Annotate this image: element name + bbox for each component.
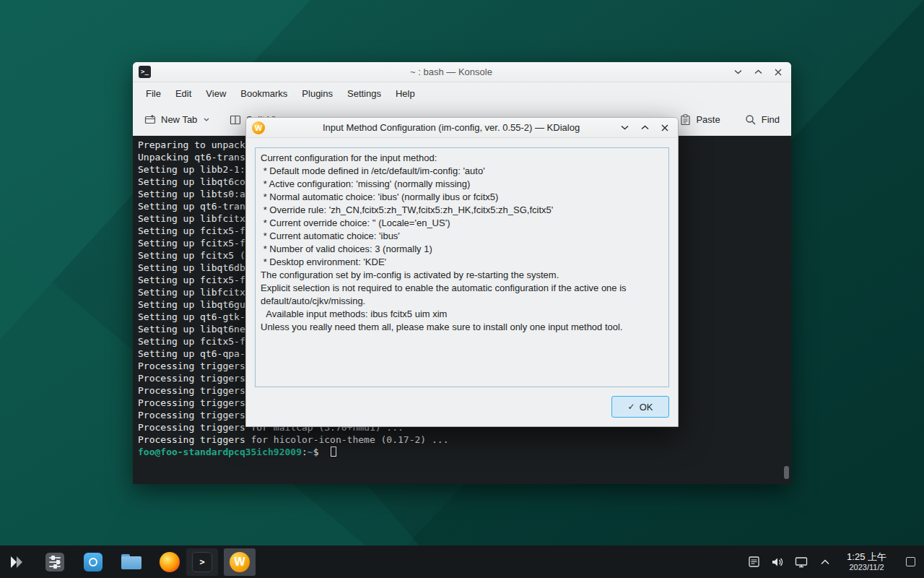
- paste-icon: [680, 114, 691, 126]
- search-icon: [745, 114, 757, 126]
- menu-item[interactable]: Settings: [340, 85, 388, 102]
- im-config-icon: W: [252, 121, 265, 134]
- prompt-user-host: foo@foo-standardpcq35ich92009: [138, 447, 302, 457]
- task-konsole[interactable]: >: [186, 548, 218, 576]
- menu-item[interactable]: Plugins: [295, 85, 340, 102]
- minimize-icon[interactable]: [732, 66, 744, 78]
- display-icon[interactable]: [795, 556, 808, 569]
- sliders-icon: [45, 553, 64, 571]
- new-tab-button[interactable]: New Tab: [144, 114, 209, 126]
- desktop: >_ ~ : bash — Konsole FileEditViewBookma…: [0, 0, 924, 578]
- menu-item[interactable]: View: [199, 85, 233, 102]
- pinned-app-settings[interactable]: [44, 551, 66, 573]
- dialog-text-line: Current configuration for the input meth…: [261, 152, 663, 165]
- dialog-text-line: * Current automatic choice: 'ibus': [261, 230, 663, 243]
- new-tab-label: New Tab: [161, 114, 197, 125]
- find-label: Find: [762, 114, 780, 125]
- find-button[interactable]: Find: [745, 114, 780, 126]
- konsole-titlebar[interactable]: >_ ~ : bash — Konsole: [133, 62, 791, 82]
- digital-clock[interactable]: 1:25 上午 2023/11/2: [847, 551, 886, 572]
- kdialog-title: Input Method Configuration (im-config, v…: [289, 122, 613, 133]
- dialog-text-line: * Normal automatic choice: 'ibus' (norma…: [261, 191, 663, 204]
- kdialog-task-icon: W: [230, 552, 250, 572]
- menu-item[interactable]: File: [139, 85, 168, 102]
- dialog-text-line: * Number of valid choices: 3 (normally 1…: [261, 243, 663, 256]
- dialog-text-line: * Default mode defined in /etc/default/i…: [261, 165, 663, 178]
- konsole-window-icon: >_: [139, 66, 151, 78]
- new-tab-icon: [144, 114, 156, 126]
- dialog-message-text: Current configuration for the input meth…: [255, 147, 669, 387]
- pinned-app-discover[interactable]: [82, 551, 104, 573]
- terminal-line: Processing triggers for hicolor-icon-the…: [138, 434, 781, 446]
- show-desktop-button[interactable]: [906, 557, 915, 566]
- dialog-text-line: Explicit selection is not required to en…: [261, 282, 663, 308]
- kdialog-titlebar[interactable]: W Input Method Configuration (im-config,…: [246, 118, 678, 138]
- ok-button[interactable]: ✓ OK: [611, 396, 669, 418]
- dialog-text-line: Unless you really need them all, please …: [261, 321, 663, 334]
- close-icon[interactable]: [659, 122, 671, 134]
- clock-date: 2023/11/2: [847, 563, 886, 572]
- konsole-icon: >: [192, 552, 212, 572]
- dialog-text-line: * Desktop environment: 'KDE': [261, 256, 663, 269]
- menu-item[interactable]: Bookmarks: [233, 85, 295, 102]
- paste-button[interactable]: Paste: [680, 114, 720, 126]
- maximize-icon[interactable]: [752, 66, 764, 78]
- expand-tray-chevron-up-icon[interactable]: [819, 556, 832, 569]
- ok-button-label: OK: [640, 402, 653, 413]
- menu-item[interactable]: Edit: [168, 85, 199, 102]
- terminal-scrollbar[interactable]: [784, 466, 789, 479]
- system-tray: 1:25 上午 2023/11/2: [747, 551, 918, 572]
- split-view-icon: [230, 114, 241, 126]
- minimize-icon[interactable]: [619, 122, 630, 134]
- clipboard-icon[interactable]: [747, 556, 760, 569]
- clock-time: 1:25 上午: [847, 551, 886, 563]
- taskbar: > W 1:25 上午 2023/11/2: [0, 545, 924, 578]
- konsole-menubar: FileEditViewBookmarksPluginsSettingsHelp: [133, 82, 791, 104]
- discover-icon: [84, 553, 103, 571]
- dialog-text-line: Available input methods: ibus fcitx5 uim…: [261, 308, 663, 321]
- chevron-down-icon[interactable]: [204, 118, 209, 121]
- kde-launcher-icon: [8, 553, 25, 571]
- pinned-app-file-manager[interactable]: [121, 551, 142, 573]
- menu-item[interactable]: Help: [388, 85, 422, 102]
- prompt-path: ~: [308, 447, 313, 457]
- check-icon: ✓: [628, 402, 635, 412]
- close-icon[interactable]: [772, 66, 784, 78]
- dialog-text-line: The configuration set by im-config is ac…: [261, 269, 663, 282]
- dialog-text-line: * Override rule: 'zh_CN,fcitx5:zh_TW,fci…: [261, 204, 663, 217]
- firefox-icon: [160, 552, 180, 572]
- terminal-cursor: [331, 447, 336, 457]
- konsole-window-title: ~ : bash — Konsole: [176, 66, 726, 77]
- pinned-app-firefox[interactable]: [159, 551, 180, 573]
- kdialog-window: W Input Method Configuration (im-config,…: [245, 117, 679, 427]
- maximize-icon[interactable]: [639, 122, 650, 134]
- folder-icon: [121, 554, 141, 569]
- terminal-prompt: foo@foo-standardpcq35ich92009:~$: [138, 446, 781, 458]
- paste-label: Paste: [696, 114, 720, 125]
- app-launcher-button[interactable]: [6, 551, 27, 573]
- dialog-text-line: * Active configuration: 'missing' (norma…: [261, 178, 663, 191]
- volume-icon[interactable]: [771, 556, 784, 569]
- dialog-text-line: * Current override choice: '' (Locale='e…: [261, 217, 663, 230]
- task-kdialog[interactable]: W: [224, 548, 256, 576]
